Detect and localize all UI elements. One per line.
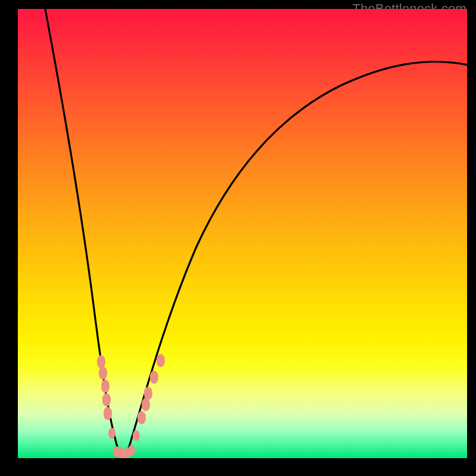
marker-left-2	[99, 367, 107, 380]
marker-bottom-4	[128, 445, 135, 456]
curve-right-branch	[126, 62, 467, 456]
curve-layer	[18, 9, 467, 458]
marker-right-1	[133, 430, 140, 441]
marker-right-5	[150, 371, 158, 384]
plot-area	[18, 9, 467, 458]
marker-left-6	[108, 428, 115, 439]
marker-left-3	[101, 380, 109, 393]
marker-right-6	[156, 354, 165, 367]
marker-right-3	[142, 398, 150, 411]
chart-frame: TheBottleneck.com	[0, 0, 476, 476]
marker-right-4	[144, 387, 152, 400]
marker-left-4	[102, 393, 111, 406]
marker-right-2	[137, 411, 146, 424]
marker-left-5	[104, 407, 112, 420]
